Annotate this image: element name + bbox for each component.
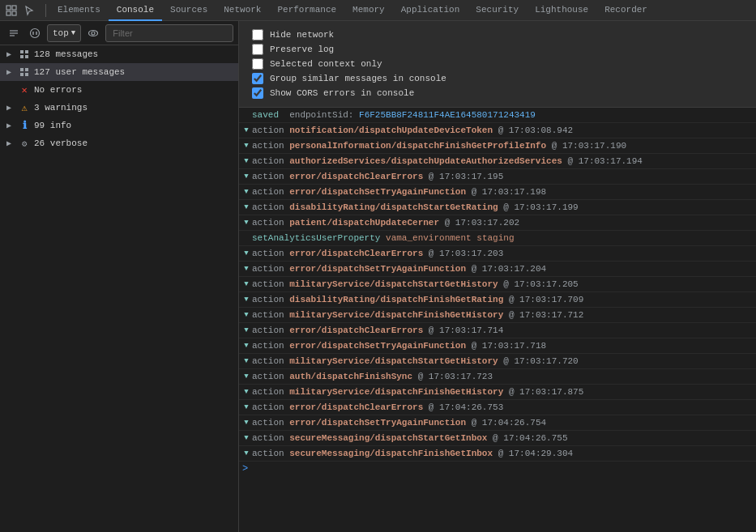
preserve-log-checkbox[interactable] — [252, 44, 263, 55]
action-path: militaryService/dispatchStartGetHistory — [289, 279, 498, 289]
sidebar-item-errors[interactable]: ✕ No errors — [0, 81, 238, 99]
action-path: error/dispatchClearErrors — [289, 402, 423, 412]
sidebar-item-info[interactable]: ▶ ℹ 99 info — [0, 117, 238, 134]
action-time: @ 17:03:17.204 — [472, 264, 546, 274]
action-keyword: action — [252, 387, 284, 397]
msg-saved[interactable]: saved endpointSid: F6F25BB8F24811F4AE164… — [239, 108, 756, 123]
hide-network-checkbox[interactable] — [252, 29, 263, 40]
list-item[interactable]: ▼ action error/dispatchSetTryAgainFuncti… — [239, 415, 756, 431]
filter-input[interactable] — [105, 24, 233, 42]
right-panel: Hide network Preserve log Selected conte… — [239, 21, 756, 532]
list-item[interactable]: ▼ action error/dispatchClearErrors @ 17:… — [239, 246, 756, 262]
cursor-icon[interactable] — [21, 2, 37, 19]
sidebar-item-warnings[interactable]: ▶ ⚠ 3 warnings — [0, 99, 238, 117]
console-messages[interactable]: saved endpointSid: F6F25BB8F24811F4AE164… — [239, 108, 756, 532]
devtools-icons — [3, 2, 37, 19]
list-item[interactable]: ▼ action secureMessaging/dispatchStartGe… — [239, 431, 756, 446]
list-item[interactable]: ▼ action notification/dispatchUpdateDevi… — [239, 123, 756, 138]
list-item[interactable]: ▼ action secureMessaging/dispatchFinishG… — [239, 446, 756, 462]
cors-errors-checkbox[interactable] — [252, 87, 263, 99]
group-similar-checkbox[interactable] — [252, 73, 263, 84]
msg-text: action militaryService/dispatchStartGetH… — [252, 355, 753, 368]
action-keyword: action — [252, 126, 284, 135]
list-item[interactable]: ▼ action error/dispatchClearErrors @ 17:… — [239, 400, 756, 415]
msg-text: action disabilityRating/dispatchStartGet… — [252, 201, 753, 214]
list-item[interactable]: ▼ action militaryService/dispatchStartGe… — [239, 354, 756, 369]
hide-network-label: Hide network — [270, 30, 334, 40]
svg-rect-0 — [6, 6, 11, 10]
msg-arrow: ▼ — [241, 139, 252, 152]
action-keyword: action — [252, 433, 284, 443]
list-item[interactable]: ▼ action error/dispatchClearErrors @ 17:… — [239, 323, 756, 338]
sidebar-list: ▶ 128 messages ▶ 127 user messages ✕ No … — [0, 45, 238, 532]
sidebar-item-user[interactable]: ▶ 127 user messages — [0, 63, 238, 81]
msg-text: action error/dispatchClearErrors @ 17:04… — [252, 401, 753, 414]
action-time: @ 17:03:17.195 — [429, 172, 503, 181]
sidebar-item-verbose[interactable]: ▶ ⚙ 26 verbose — [0, 134, 238, 152]
list-item[interactable]: ▼ action militaryService/dispatchFinishG… — [239, 385, 756, 400]
tab-sources[interactable]: Sources — [162, 0, 216, 21]
msg-arrow: ▼ — [241, 416, 252, 429]
list-item[interactable]: ▼ action personalInformation/dispatchFin… — [239, 138, 756, 154]
context-dropdown[interactable]: top ▼ — [47, 24, 81, 42]
svg-rect-16 — [20, 68, 23, 71]
list-item[interactable]: ▼ action error/dispatchSetTryAgainFuncti… — [239, 185, 756, 200]
action-keyword: action — [252, 202, 284, 212]
staging-value: staging — [476, 233, 514, 243]
chevron-icon-2: ▶ — [6, 67, 18, 77]
action-path: patient/dispatchUpdateCerner — [289, 218, 439, 228]
tab-application[interactable]: Application — [393, 0, 468, 21]
list-item[interactable]: setAnalyticsUserProperty vama_environmen… — [239, 231, 756, 246]
msg-text: action militaryService/dispatchStartGetH… — [252, 278, 753, 291]
action-keyword: action — [252, 449, 284, 458]
msg-text-saved: saved endpointSid: F6F25BB8F24811F4AE164… — [252, 109, 753, 121]
tab-memory[interactable]: Memory — [344, 0, 393, 21]
action-keyword: action — [252, 187, 284, 197]
tab-lighthouse[interactable]: Lighthouse — [527, 0, 596, 21]
msg-arrow: ▼ — [241, 355, 252, 368]
msg-arrow: ▼ — [241, 293, 252, 306]
msg-text: action auth/dispatchFinishSync @ 17:03:1… — [252, 370, 753, 383]
tab-performance[interactable]: Performance — [269, 0, 344, 21]
action-time: @ 17:03:08.942 — [498, 126, 573, 135]
chevron-icon-4: ▶ — [6, 103, 18, 113]
console-prompt[interactable]: > — [239, 462, 756, 476]
tab-security[interactable]: Security — [468, 0, 527, 21]
tab-elements[interactable]: Elements — [49, 0, 109, 21]
list-item[interactable]: ▼ action patient/dispatchUpdateCerner @ … — [239, 215, 756, 231]
list-item[interactable]: ▼ action auth/dispatchFinishSync @ 17:03… — [239, 369, 756, 385]
msg-text: action patient/dispatchUpdateCerner @ 17… — [252, 216, 753, 229]
list-item[interactable]: ▼ action disabilityRating/dispatchStartG… — [239, 200, 756, 215]
tab-network[interactable]: Network — [216, 0, 269, 21]
action-keyword: action — [252, 402, 284, 412]
tab-recorder[interactable]: Recorder — [596, 0, 656, 21]
user-grid-icon — [18, 66, 31, 79]
msg-arrow: ▼ — [241, 201, 252, 214]
list-item[interactable]: ▼ action militaryService/dispatchFinishG… — [239, 308, 756, 323]
eye-icon[interactable] — [84, 24, 102, 42]
filter-group-similar-row: Group similar messages in console — [252, 71, 743, 86]
selected-context-label: Selected context only — [270, 59, 382, 69]
msg-text: action error/dispatchClearErrors @ 17:03… — [252, 170, 753, 183]
msg-arrow: ▼ — [241, 278, 252, 291]
tab-console[interactable]: Console — [109, 0, 162, 21]
user-messages-label: 127 user messages — [34, 67, 125, 77]
list-item[interactable]: ▼ action error/dispatchSetTryAgainFuncti… — [239, 338, 756, 354]
action-keyword: action — [252, 218, 284, 228]
pause-icon[interactable] — [26, 24, 44, 42]
list-item[interactable]: ▼ action disabilityRating/dispatchFinish… — [239, 292, 756, 308]
inspect-icon[interactable] — [3, 2, 19, 19]
list-item[interactable]: ▼ action error/dispatchClearErrors @ 17:… — [239, 169, 756, 185]
msg-text: action error/dispatchClearErrors @ 17:03… — [252, 324, 753, 337]
action-time: @ 17:03:17.875 — [509, 387, 583, 397]
selected-context-checkbox[interactable] — [252, 58, 263, 70]
clear-console-icon[interactable] — [5, 24, 23, 42]
msg-arrow: ▼ — [241, 370, 252, 383]
list-item[interactable]: ▼ action militaryService/dispatchStartGe… — [239, 277, 756, 292]
svg-rect-2 — [6, 11, 11, 15]
list-item[interactable]: ▼ action authorizedServices/dispatchUpda… — [239, 154, 756, 169]
svg-rect-13 — [25, 50, 28, 53]
action-time: @ 17:03:17.202 — [445, 218, 519, 228]
list-item[interactable]: ▼ action error/dispatchSetTryAgainFuncti… — [239, 262, 756, 277]
sidebar-item-all[interactable]: ▶ 128 messages — [0, 45, 238, 63]
